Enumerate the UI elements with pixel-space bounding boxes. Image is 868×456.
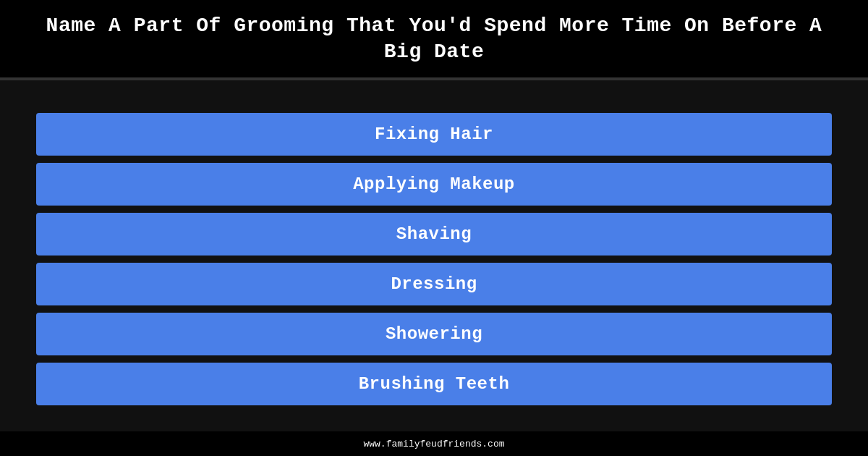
answer-text: Dressing (391, 274, 477, 294)
answer-row[interactable]: Applying Makeup (36, 163, 832, 206)
answer-row[interactable]: Dressing (36, 263, 832, 305)
answers-container: Fixing HairApplying MakeupShavingDressin… (0, 80, 868, 431)
answer-row[interactable]: Showering (36, 313, 832, 355)
answer-text: Applying Makeup (353, 174, 515, 194)
answer-row[interactable]: Brushing Teeth (36, 363, 832, 405)
answer-text: Brushing Teeth (359, 374, 510, 394)
header: Name A Part Of Grooming That You'd Spend… (0, 0, 868, 77)
answer-text: Showering (386, 324, 482, 344)
footer: www.familyfeudfriends.com (0, 431, 868, 456)
footer-url: www.familyfeudfriends.com (363, 439, 504, 449)
header-title: Name A Part Of Grooming That You'd Spend… (46, 14, 822, 63)
answer-text: Shaving (396, 224, 472, 244)
answer-row[interactable]: Fixing Hair (36, 113, 832, 156)
answer-text: Fixing Hair (375, 124, 493, 144)
answer-row[interactable]: Shaving (36, 213, 832, 256)
